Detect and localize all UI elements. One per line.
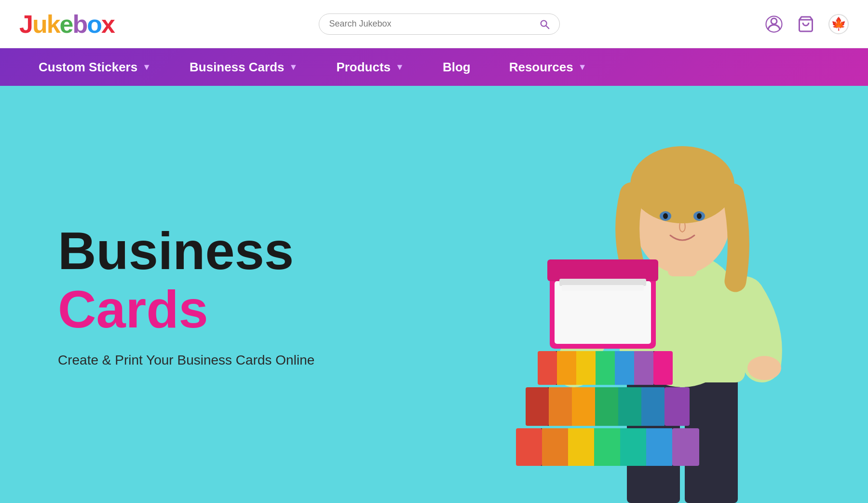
svg-rect-20: [547, 259, 658, 281]
chevron-down-icon: ▼: [395, 62, 404, 72]
svg-rect-44: [568, 428, 594, 466]
svg-rect-34: [526, 387, 549, 426]
search-input[interactable]: [329, 19, 539, 29]
site-header: Jukebox 🍁: [0, 0, 868, 48]
search-icon: [539, 19, 550, 29]
svg-rect-39: [641, 387, 665, 426]
hero-section: Business Cards Create & Print Your Busin…: [0, 86, 868, 503]
hero-subtitle: Create & Print Your Business Cards Onlin…: [58, 353, 376, 368]
svg-rect-26: [538, 351, 557, 385]
nav-item-products[interactable]: Products ▼: [317, 48, 423, 86]
canada-flag-icon[interactable]: 🍁: [828, 14, 849, 34]
svg-rect-30: [615, 351, 634, 385]
svg-rect-28: [576, 351, 596, 385]
hero-title-text: Business: [58, 221, 294, 280]
svg-rect-23: [559, 279, 646, 286]
svg-point-2: [771, 18, 777, 24]
svg-line-1: [546, 26, 549, 28]
svg-rect-37: [595, 387, 618, 426]
svg-rect-35: [549, 387, 572, 426]
chevron-down-icon: ▼: [289, 62, 298, 72]
svg-rect-24: [562, 285, 644, 291]
hero-image: Jukebox: [511, 88, 849, 503]
chevron-down-icon: ▼: [578, 62, 587, 72]
logo[interactable]: Jukebox: [19, 10, 114, 39]
svg-rect-43: [542, 428, 568, 466]
main-nav: Custom Stickers ▼ Business Cards ▼ Produ…: [0, 48, 868, 86]
hero-content: Business Cards Create & Print Your Busin…: [0, 183, 434, 407]
cart-icon[interactable]: [797, 15, 815, 33]
svg-point-17: [663, 213, 668, 219]
svg-rect-27: [557, 351, 576, 385]
account-icon[interactable]: [765, 15, 783, 33]
chevron-down-icon: ▼: [142, 62, 151, 72]
svg-rect-40: [665, 387, 690, 426]
hero-title-highlight: Cards: [58, 279, 208, 339]
svg-rect-31: [634, 351, 653, 385]
svg-rect-42: [516, 428, 542, 466]
svg-rect-46: [620, 428, 646, 466]
svg-point-14: [634, 163, 731, 202]
header-icons: 🍁: [765, 14, 849, 34]
svg-rect-29: [596, 351, 615, 385]
search-bar: [319, 14, 560, 35]
nav-item-blog[interactable]: Blog: [423, 48, 490, 86]
svg-rect-47: [646, 428, 672, 466]
svg-rect-32: [653, 351, 673, 385]
svg-point-18: [697, 213, 702, 219]
svg-rect-38: [618, 387, 641, 426]
nav-item-resources[interactable]: Resources ▼: [490, 48, 606, 86]
svg-rect-45: [594, 428, 620, 466]
svg-rect-36: [572, 387, 595, 426]
hero-title: Business Cards: [58, 221, 376, 338]
nav-item-custom-stickers[interactable]: Custom Stickers ▼: [19, 48, 170, 86]
svg-point-10: [747, 356, 781, 380]
nav-item-business-cards[interactable]: Business Cards ▼: [170, 48, 317, 86]
svg-rect-48: [672, 428, 699, 466]
